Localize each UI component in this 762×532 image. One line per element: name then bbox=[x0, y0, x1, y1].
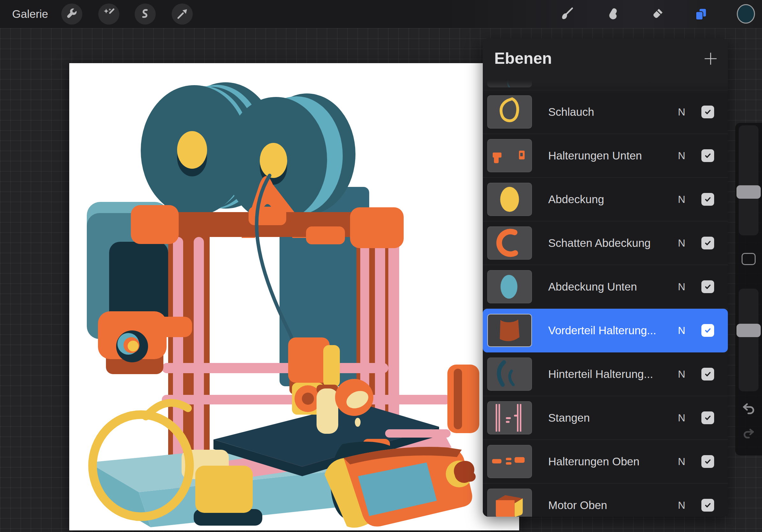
wrench-icon bbox=[65, 8, 78, 21]
layers-list: SchlauchNHalterungen UntenNAbdeckungNSch… bbox=[483, 80, 728, 517]
layer-row[interactable]: SchlauchN bbox=[483, 90, 728, 134]
layer-name: Halterungen Oben bbox=[548, 440, 640, 483]
blend-mode-badge[interactable]: N bbox=[674, 90, 689, 134]
layer-thumbnail bbox=[487, 80, 532, 87]
move-arrow-icon bbox=[176, 8, 189, 21]
blend-mode-badge[interactable]: N bbox=[674, 353, 689, 396]
blend-mode-badge[interactable]: N bbox=[674, 134, 689, 177]
layers-panel-header: Ebenen bbox=[483, 38, 728, 80]
layer-visibility-checkbox[interactable] bbox=[701, 499, 714, 511]
layer-visibility-checkbox[interactable] bbox=[701, 368, 714, 380]
erase-button[interactable] bbox=[650, 7, 664, 22]
checkmark-icon bbox=[704, 152, 712, 160]
transform-button[interactable] bbox=[172, 4, 193, 25]
modify-button[interactable] bbox=[741, 253, 756, 265]
layer-thumbnail[interactable] bbox=[487, 314, 532, 347]
layers-panel: Ebenen SchlauchNHalterungen UntenNAbdeck… bbox=[483, 38, 728, 517]
checkmark-icon bbox=[704, 501, 712, 509]
blend-mode-badge[interactable]: N bbox=[674, 265, 689, 308]
layer-thumbnail[interactable] bbox=[487, 96, 532, 129]
opacity-slider[interactable] bbox=[739, 289, 758, 391]
layer-visibility-checkbox[interactable] bbox=[701, 237, 714, 249]
layer-visibility-checkbox[interactable] bbox=[701, 193, 714, 206]
layer-row-partial[interactable] bbox=[483, 80, 728, 90]
layer-name: Motor Oben bbox=[548, 484, 607, 517]
brush-size-handle[interactable] bbox=[736, 185, 761, 199]
layer-visibility-checkbox[interactable] bbox=[701, 280, 714, 293]
color-swatch-button[interactable] bbox=[737, 4, 755, 24]
smudge-button[interactable] bbox=[605, 7, 620, 22]
checkmark-icon bbox=[704, 326, 712, 335]
magic-wand-icon bbox=[103, 8, 115, 21]
layer-name: Hinterteil Halterung... bbox=[548, 353, 653, 396]
redo-button[interactable] bbox=[741, 425, 757, 441]
paint-button[interactable] bbox=[559, 7, 573, 22]
actions-button[interactable] bbox=[61, 4, 82, 25]
checkmark-icon bbox=[704, 414, 712, 422]
layer-row[interactable]: AbdeckungN bbox=[483, 178, 728, 221]
layer-thumbnail[interactable] bbox=[487, 445, 532, 478]
layer-name: Halterungen Unten bbox=[548, 134, 642, 177]
checkmark-icon bbox=[704, 283, 712, 291]
layer-thumbnail[interactable] bbox=[487, 401, 532, 434]
layer-name: Schatten Abdeckung bbox=[548, 221, 650, 265]
layer-thumbnail[interactable] bbox=[487, 139, 532, 172]
checkmark-icon bbox=[704, 108, 712, 116]
layer-visibility-checkbox[interactable] bbox=[701, 149, 714, 162]
sidebar bbox=[735, 123, 762, 455]
layer-thumbnail[interactable] bbox=[487, 489, 532, 517]
artwork-top-beam bbox=[131, 205, 404, 248]
layer-row[interactable]: Abdeckung UntenN bbox=[483, 265, 728, 309]
blend-mode-badge[interactable]: N bbox=[674, 440, 689, 483]
layer-name: Abdeckung bbox=[548, 178, 604, 221]
selection-s-icon bbox=[139, 8, 152, 21]
layer-thumbnail[interactable] bbox=[487, 227, 532, 260]
layer-row[interactable]: Hinterteil Halterung...N bbox=[483, 353, 728, 396]
layer-name: Schlauch bbox=[548, 90, 594, 134]
blend-mode-badge[interactable]: N bbox=[674, 221, 689, 265]
layer-visibility-checkbox[interactable] bbox=[701, 105, 714, 118]
layer-row[interactable]: Vorderteil Halterung...N bbox=[483, 309, 728, 353]
checkmark-icon bbox=[704, 370, 712, 378]
layer-thumbnail[interactable] bbox=[487, 358, 532, 391]
layer-visibility-checkbox[interactable] bbox=[701, 324, 714, 337]
plus-icon bbox=[703, 51, 719, 67]
canvas-paper[interactable] bbox=[69, 63, 519, 530]
layer-row[interactable]: StangenN bbox=[483, 396, 728, 440]
artwork-control-panel bbox=[325, 447, 476, 528]
layer-name: Abdeckung Unten bbox=[548, 265, 637, 308]
blend-mode-badge[interactable]: N bbox=[674, 309, 689, 352]
smudge-finger-icon bbox=[605, 7, 620, 22]
eraser-icon bbox=[650, 7, 664, 22]
layers-button[interactable] bbox=[694, 7, 708, 22]
procreate-window: Galerie bbox=[0, 0, 762, 532]
checkmark-icon bbox=[704, 457, 712, 466]
add-layer-button[interactable] bbox=[702, 50, 720, 68]
blend-mode-badge[interactable]: N bbox=[674, 396, 689, 439]
checkmark-icon bbox=[704, 239, 712, 247]
layer-name: Stangen bbox=[548, 396, 590, 439]
layers-panel-title: Ebenen bbox=[494, 49, 552, 68]
layer-row[interactable]: Schatten AbdeckungN bbox=[483, 221, 728, 265]
undo-button[interactable] bbox=[741, 401, 757, 417]
gallery-button[interactable]: Galerie bbox=[12, 0, 48, 28]
layer-row[interactable]: Motor ObenN bbox=[483, 484, 728, 517]
layer-thumbnail[interactable] bbox=[487, 183, 532, 216]
layer-row[interactable]: Halterungen UntenN bbox=[483, 134, 728, 178]
layer-visibility-checkbox[interactable] bbox=[701, 455, 714, 468]
layers-icon bbox=[694, 7, 708, 22]
checkmark-icon bbox=[704, 195, 712, 204]
layer-row[interactable]: Halterungen ObenN bbox=[483, 440, 728, 484]
layer-name: Vorderteil Halterung... bbox=[548, 309, 656, 352]
brush-icon bbox=[559, 7, 573, 22]
opacity-handle[interactable] bbox=[736, 324, 761, 337]
layer-visibility-checkbox[interactable] bbox=[701, 412, 714, 424]
adjustments-button[interactable] bbox=[98, 4, 119, 25]
blend-mode-badge[interactable]: N bbox=[674, 484, 689, 517]
layer-thumbnail[interactable] bbox=[487, 270, 532, 303]
brush-size-slider[interactable] bbox=[739, 125, 758, 235]
selection-button[interactable] bbox=[135, 4, 156, 25]
blend-mode-badge[interactable]: N bbox=[674, 178, 689, 221]
artwork-3d-printer bbox=[69, 63, 519, 530]
top-toolbar: Galerie bbox=[0, 0, 762, 28]
